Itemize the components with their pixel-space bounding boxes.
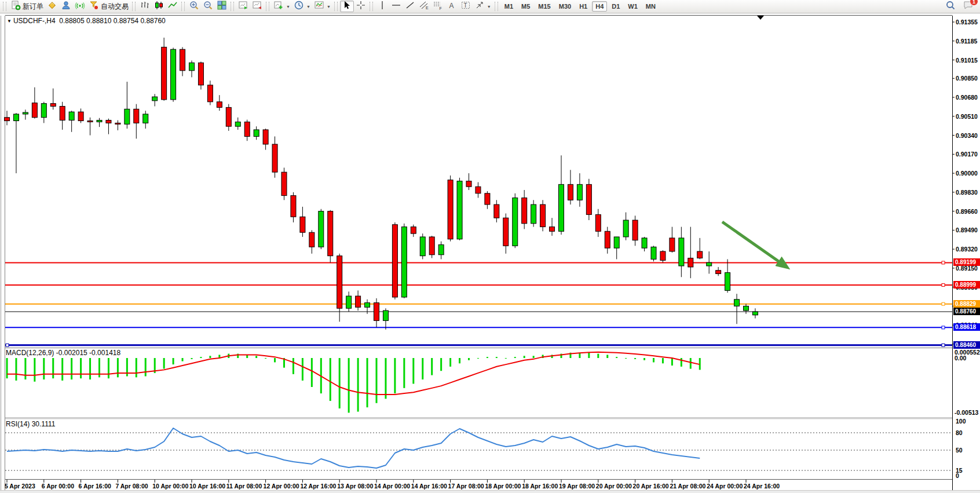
candle-down bbox=[494, 204, 499, 218]
signals-icon bbox=[75, 0, 85, 13]
candle-down bbox=[466, 181, 471, 187]
equidistant-channel-button[interactable]: E bbox=[417, 1, 431, 12]
timeframe-mn[interactable]: MN bbox=[642, 1, 659, 12]
search-icon[interactable] bbox=[945, 0, 956, 13]
indicators-button[interactable]: ▼ bbox=[272, 1, 292, 12]
candle-down bbox=[476, 187, 481, 193]
price-line-handle[interactable] bbox=[942, 261, 945, 264]
timeframe-m30[interactable]: M30 bbox=[555, 1, 575, 12]
trend-arrow-annotation[interactable] bbox=[722, 222, 786, 266]
zoom-out-button[interactable] bbox=[201, 1, 215, 12]
price-line-handle[interactable] bbox=[942, 344, 945, 346]
templates-button[interactable]: ▼ bbox=[312, 1, 332, 12]
candle-down bbox=[411, 227, 416, 234]
macd-signal-line bbox=[7, 352, 700, 395]
gold-button[interactable] bbox=[45, 1, 59, 12]
macd-histogram-bar bbox=[265, 358, 266, 359]
macd-values: -0.002015 -0.001418 bbox=[56, 349, 120, 357]
timeframe-m1[interactable]: M1 bbox=[501, 1, 517, 12]
window-bottom-edge bbox=[0, 490, 980, 493]
timeframe-m5[interactable]: M5 bbox=[518, 1, 533, 12]
macd-histogram-bar bbox=[80, 358, 82, 378]
crosshair-button[interactable] bbox=[354, 1, 368, 12]
timeframe-d1[interactable]: D1 bbox=[608, 1, 623, 12]
arrows-button[interactable]: ▼ bbox=[473, 1, 493, 12]
timeframe-m15[interactable]: M15 bbox=[535, 1, 554, 12]
candle-up bbox=[69, 112, 74, 120]
chart-dropdown-icon[interactable]: ▼ bbox=[7, 19, 12, 24]
candle-down bbox=[60, 106, 65, 120]
equidistant-channel-icon: E bbox=[419, 0, 429, 13]
auto-scroll-icon bbox=[238, 0, 248, 13]
candle-up bbox=[744, 306, 749, 311]
macd-histogram-bar bbox=[182, 358, 184, 361]
candle-down bbox=[50, 104, 56, 107]
signals-button[interactable] bbox=[73, 1, 87, 12]
rsi-level-label: 0 bbox=[956, 472, 959, 479]
macd-histogram-bar bbox=[61, 358, 63, 381]
bar-chart-button[interactable] bbox=[138, 1, 152, 12]
price-line-label: 0.88618 bbox=[953, 323, 980, 331]
community-button[interactable] bbox=[59, 1, 73, 12]
price-line-label: 0.88999 bbox=[953, 281, 980, 289]
fibonacci-button[interactable]: F bbox=[431, 1, 445, 12]
time-axis-label: 20 Apr 16:00 bbox=[633, 483, 669, 490]
rsi-level-label: 50 bbox=[956, 447, 963, 454]
vertical-line-button[interactable] bbox=[375, 1, 389, 12]
candle-down bbox=[448, 180, 453, 239]
line-chart-button[interactable] bbox=[166, 1, 180, 12]
svg-text:E: E bbox=[426, 6, 429, 10]
price-line-handle[interactable] bbox=[942, 326, 945, 329]
timeframe-group: M1M5M15M30H1H4D1W1MN bbox=[500, 1, 660, 12]
price-line-handle[interactable] bbox=[942, 302, 945, 305]
text-button[interactable]: A bbox=[445, 1, 459, 12]
macd-histogram-bar bbox=[24, 358, 26, 379]
macd-histogram-bar bbox=[634, 358, 636, 359]
chat-button[interactable]: 1 bbox=[963, 0, 974, 13]
trendline-button[interactable] bbox=[403, 1, 417, 12]
candlestick-chart-button[interactable] bbox=[152, 1, 166, 12]
auto-scroll-button[interactable] bbox=[236, 1, 250, 12]
zoom-in-button[interactable] bbox=[187, 1, 201, 12]
candle-up bbox=[457, 181, 462, 239]
rsi-indicator-label: RSI(14) 30.1111 bbox=[6, 420, 55, 428]
auto-trading-icon bbox=[89, 0, 99, 13]
cursor-button[interactable] bbox=[340, 1, 354, 12]
chart-canvas[interactable] bbox=[0, 14, 980, 493]
candle-down bbox=[605, 231, 610, 248]
timeframe-h4[interactable]: H4 bbox=[592, 1, 607, 12]
candle-up bbox=[143, 114, 148, 123]
toolbar-grip bbox=[495, 2, 498, 11]
horizontal-line-button[interactable] bbox=[389, 1, 403, 12]
price-line-label: 0.88760 bbox=[953, 308, 980, 315]
new-order-button[interactable]: 新订单 bbox=[9, 1, 45, 12]
text-label-button[interactable]: T bbox=[459, 1, 473, 12]
price-tick-label: 0.90680 bbox=[956, 94, 978, 101]
price-line-handle[interactable] bbox=[6, 344, 9, 346]
auto-trading-button[interactable]: 自动交易 bbox=[87, 1, 130, 12]
price-tick-label: 0.90850 bbox=[956, 75, 978, 82]
candle-down bbox=[207, 85, 213, 102]
price-tick-label: 0.89490 bbox=[956, 227, 978, 233]
timeframe-w1[interactable]: W1 bbox=[624, 1, 641, 12]
toolbar-grip bbox=[3, 2, 6, 11]
periods-button[interactable]: ▼ bbox=[292, 1, 312, 12]
macd-histogram-bar bbox=[71, 358, 72, 379]
timeframe-h1[interactable]: H1 bbox=[576, 1, 591, 12]
candle-down bbox=[272, 144, 277, 172]
chart-shift-marker[interactable] bbox=[757, 16, 764, 20]
chevron-down-icon: ▼ bbox=[327, 5, 331, 9]
time-axis-label: 12 Apr 00:00 bbox=[264, 483, 299, 490]
chart-shift-button[interactable] bbox=[250, 1, 264, 12]
candle-down bbox=[78, 112, 83, 120]
candle-up bbox=[254, 130, 259, 137]
price-tick-label: 0.91015 bbox=[956, 57, 978, 64]
time-axis-label: 12 Apr 16:00 bbox=[300, 483, 336, 490]
price-line-handle[interactable] bbox=[942, 283, 945, 286]
macd-histogram-bar bbox=[200, 357, 202, 358]
time-axis-label: 14 Apr 00:00 bbox=[374, 483, 410, 490]
macd-histogram-bar bbox=[376, 358, 378, 403]
macd-histogram-bar bbox=[339, 358, 341, 408]
time-axis-label: 14 Apr 16:00 bbox=[411, 483, 447, 490]
tile-windows-button[interactable] bbox=[215, 1, 229, 12]
